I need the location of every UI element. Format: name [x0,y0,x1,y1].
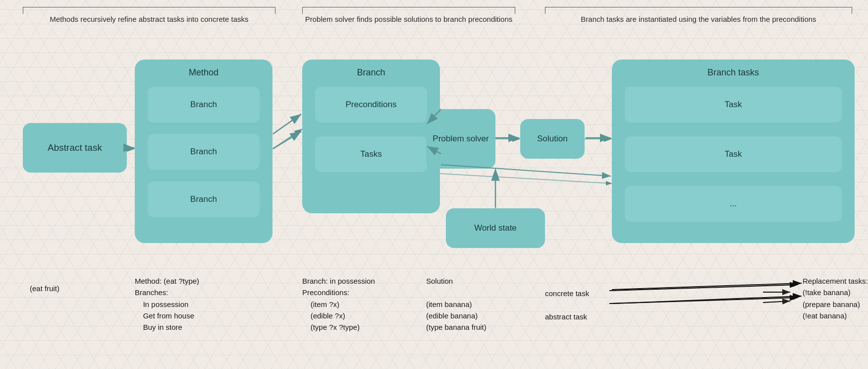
branch-outer-box: Branch Preconditions Tasks [302,60,440,213]
svg-line-3 [272,129,302,149]
preconditions-box: Preconditions [315,87,427,123]
svg-line-27 [612,283,802,290]
svg-line-14 [609,298,798,304]
abstract-task-box: Abstract task [23,123,127,173]
task2-box: Task [625,136,842,172]
svg-line-20 [273,131,301,149]
svg-line-19 [273,114,301,134]
annotation-1: Methods recursively refine abstract task… [23,14,275,24]
task3-box: ... [625,186,842,222]
branch1-box: Branch [148,87,260,123]
branch2-box: Branch [148,134,260,170]
svg-line-11 [763,301,790,303]
method-outer-box: Method Branch Branch Branch [135,60,272,243]
svg-line-13 [609,285,798,291]
tasks-box: Tasks [315,136,427,172]
world-state-box: World state [446,208,545,248]
annotation-2: Problem solver finds possible solutions … [302,14,515,24]
annotation-3: Branch tasks are instantiated using the … [545,14,852,24]
bottom-label-col1: (eat fruit) [30,283,59,294]
bottom-label-col3-left: Branch: in possession Preconditions: (it… [302,275,375,333]
task1-box: Task [625,87,842,123]
bottom-label-col3-right: Solution (item banana) (edible banana) (… [426,275,487,333]
branch3-box: Branch [148,182,260,217]
method-label: Method [135,67,272,78]
solution-box: Solution [520,119,585,159]
branch-tasks-label: Branch tasks [612,67,855,78]
branch-label: Branch [302,67,440,78]
bottom-label-col2: Method: (eat ?type) Branches: In possess… [135,275,199,333]
bottom-label-col4-left: concrete task abstract task [545,288,589,322]
bottom-label-col4-right: Replacement tasks: (!take banana) (prepa… [803,275,868,321]
problem-solver-box: Problem solver [426,109,495,169]
svg-line-28 [612,296,802,304]
branch-tasks-outer-box: Branch tasks Task Task ... [612,60,855,243]
